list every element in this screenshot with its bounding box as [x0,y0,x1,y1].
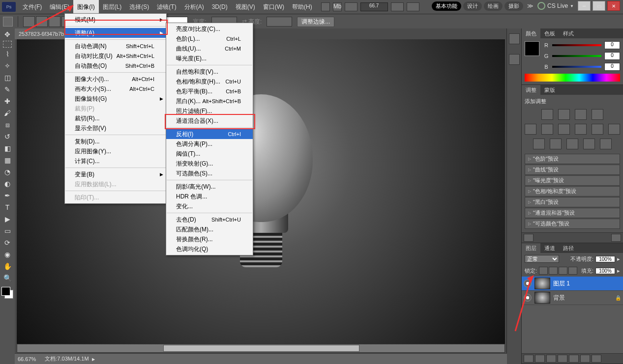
current-color-swatch[interactable] [525,41,539,56]
layer-row[interactable]: 图层 1 [522,277,623,291]
hand-tool-icon[interactable]: ✋ [1,261,13,272]
document-tab[interactable]: 2537823-6f347b7b [15,28,68,39]
menu-entry[interactable]: 色阶(L)...Ctrl+L [166,34,253,44]
stamp-tool-icon[interactable]: ⧇ [1,119,13,130]
adjustment-preset[interactable]: "通道混和器"预设 [525,208,620,218]
3d-camera-icon[interactable]: ◉ [1,249,13,260]
tool-preset-icon[interactable] [3,17,13,27]
menu-entry[interactable]: 色调分离(P)... [166,139,253,149]
menu-item[interactable]: 3D(D) [208,0,232,14]
menu-entry[interactable]: 替换颜色(R)... [166,234,253,244]
menu-entry[interactable]: 图像大小(I)...Alt+Ctrl+I [65,74,166,84]
wand-tool-icon[interactable]: ✧ [1,60,13,71]
g-slider[interactable] [552,54,601,58]
menu-item[interactable]: 滤镜(T) [153,0,180,14]
layer-row[interactable]: 背景🔒 [522,291,623,305]
tab-masks[interactable]: 蒙版 [540,85,559,95]
adj-gradmap-icon[interactable] [583,139,595,149]
adj-vibrance-icon[interactable] [525,124,536,135]
menu-entry[interactable]: 色调均化(Q) [166,244,253,254]
visibility-icon[interactable] [524,294,532,302]
marquee-tool-icon[interactable] [3,41,12,48]
horizontal-scrollbar[interactable] [17,344,505,353]
zoom-status[interactable]: 66.67% [18,356,36,362]
lock-pos-icon[interactable] [559,267,567,275]
selection-new-icon[interactable] [23,16,35,27]
menu-entry[interactable]: 色彩平衡(B)...Ctrl+B [166,86,253,96]
fill-input[interactable]: 100% [595,268,615,274]
r-value[interactable]: 0 [604,41,620,49]
tab-styles[interactable]: 样式 [559,28,578,38]
pen-tool-icon[interactable]: ✒ [1,190,13,201]
color-swatch[interactable] [1,287,13,299]
adjustment-preset[interactable]: "色阶"预设 [525,154,620,164]
menu-entry[interactable]: 阴影/高光(W)... [166,182,253,192]
eyedropper-tool-icon[interactable]: ✎ [1,84,13,95]
menu-entry[interactable]: 通道混合器(X)... [166,116,253,126]
menu-entry[interactable]: 可选颜色(S)... [166,168,253,178]
mb-icon[interactable]: Mb [333,2,342,11]
menu-entry[interactable]: 计算(C)... [65,156,166,166]
brush-tool-icon[interactable]: 🖌 [1,108,13,118]
b-slider[interactable] [552,64,601,69]
adj-strip-icon[interactable] [524,234,534,242]
menu-entry[interactable]: 变化... [166,201,253,211]
menu-entry[interactable]: 画布大小(S)...Alt+Ctrl+C [65,84,166,94]
menu-item[interactable]: 帮助(H) [288,0,316,14]
menu-entry[interactable]: 黑白(K)...Alt+Shift+Ctrl+B [166,96,253,106]
adj-mixer-icon[interactable] [608,124,620,135]
screen-mode-icon[interactable] [345,2,357,11]
menu-entry[interactable]: 自动对比度(U)Alt+Shift+Ctrl+L [65,51,166,61]
eraser-tool-icon[interactable]: ◧ [1,143,13,154]
selection-add-icon[interactable] [36,16,48,27]
new-layer-icon[interactable] [580,355,590,363]
visibility-icon[interactable] [524,280,532,287]
menu-entry[interactable]: 显示全部(V) [65,123,166,133]
menu-entry[interactable]: 自然饱和度(V)... [166,67,253,77]
menu-entry[interactable]: 应用图像(Y)... [65,146,166,156]
adj-balance-icon[interactable] [558,124,570,135]
blend-mode-select[interactable]: 正常 [525,255,559,263]
adj-trash-icon[interactable] [611,234,621,242]
gradient-tool-icon[interactable]: ▦ [1,155,13,166]
delete-layer-icon[interactable] [592,355,601,363]
menu-entry[interactable]: 反相(I)Ctrl+I [166,129,253,139]
menu-entry[interactable]: 自动色调(N)Shift+Ctrl+L [65,41,166,51]
menu-item[interactable]: 图像(I) [73,0,98,14]
menu-entry[interactable]: 图像旋转(G)▶ [65,94,166,104]
menu-entry[interactable]: 调整(A)▶ [65,28,166,38]
menu-item[interactable]: 图层(L) [99,0,126,14]
menu-item[interactable]: 文件(F) [19,0,46,14]
adj-levels-icon[interactable] [558,109,570,120]
adj-invert-icon[interactable] [533,139,545,149]
move-tool-icon[interactable]: ✥ [1,29,13,40]
shape-tool-icon[interactable]: ▭ [1,225,13,236]
path-select-icon[interactable]: ▶ [1,214,13,224]
lock-pixels-icon[interactable] [549,267,558,275]
menu-entry[interactable]: 亮度/对比度(C)... [166,24,253,34]
tab-paths[interactable]: 路径 [559,243,578,253]
selection-subtract-icon[interactable] [49,16,60,27]
tab-channels[interactable]: 通道 [540,243,559,253]
tab-layers[interactable]: 图层 [522,243,540,253]
fx-icon[interactable] [535,355,545,363]
r-slider[interactable] [552,43,601,48]
menu-item[interactable]: 视图(V) [232,0,259,14]
heal-tool-icon[interactable]: ✚ [1,96,13,107]
adj-exposure-icon[interactable] [592,109,603,120]
dock-icon[interactable] [509,54,520,65]
menu-entry[interactable]: 变量(B)▶ [65,169,166,179]
doc-info[interactable]: 文档:7.03M/14.1M▶ [45,355,94,363]
menu-entry[interactable]: 匹配颜色(M)... [166,224,253,234]
workspace-photo[interactable]: 摄影 [504,1,523,11]
crop-tool-icon[interactable]: ◫ [1,72,13,83]
link-layers-icon[interactable] [524,355,534,363]
menu-entry[interactable]: 曝光度(E)... [166,54,253,63]
lock-trans-icon[interactable] [539,267,548,275]
adjustment-preset[interactable]: "色相/饱和度"预设 [525,186,620,196]
menu-entry[interactable]: 曲线(U)...Ctrl+M [166,44,253,54]
more-icon[interactable]: ≫ [527,2,534,9]
toolbar-icon[interactable] [321,2,330,11]
close-button[interactable]: ✕ [607,1,620,11]
hand-icon[interactable] [391,2,404,11]
